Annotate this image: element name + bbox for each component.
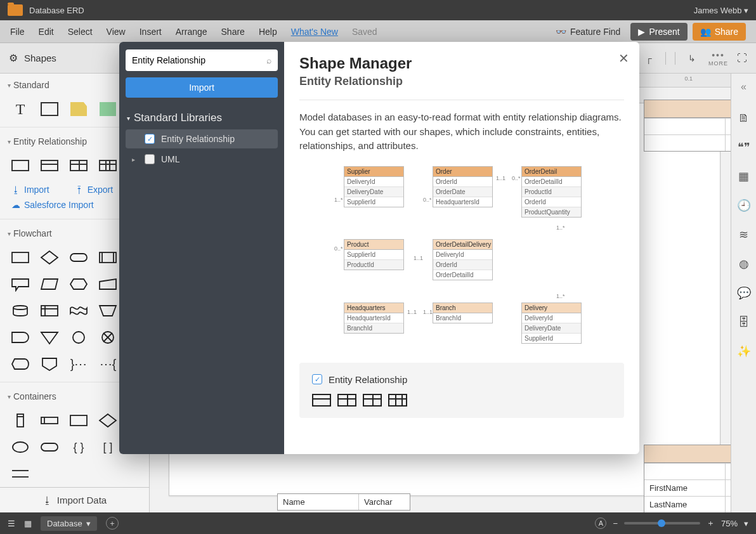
note-shape[interactable] <box>68 100 89 118</box>
er-preview-shape-4 <box>388 394 407 407</box>
document-icon[interactable]: 🗎 <box>736 110 752 126</box>
fc-display[interactable] <box>10 355 30 373</box>
menu-file[interactable]: File <box>10 27 25 37</box>
zoom-menu-icon[interactable]: ▾ <box>744 519 748 528</box>
er-shape-3[interactable] <box>68 157 89 174</box>
presentation-icon[interactable]: ▦ <box>736 169 752 184</box>
collapse-right-icon[interactable]: « <box>741 77 746 96</box>
tree-item-uml[interactable]: ▸ UML <box>126 150 278 169</box>
import-shapes-button[interactable]: Import <box>126 77 278 98</box>
zoom-out-button[interactable]: − <box>613 519 618 528</box>
fc-manual-input[interactable] <box>98 275 118 293</box>
ct-2[interactable] <box>39 412 60 429</box>
fc-callout[interactable] <box>10 275 30 293</box>
fc-merge[interactable] <box>39 329 60 346</box>
text-shape[interactable]: T <box>10 100 30 118</box>
fc-internal-storage[interactable] <box>39 302 60 320</box>
data-icon[interactable]: 🗄 <box>736 315 752 330</box>
fc-data[interactable] <box>39 275 60 293</box>
er-shape-2[interactable] <box>39 157 60 174</box>
menu-edit[interactable]: Edit <box>39 27 54 37</box>
er-preview-shape-1 <box>312 394 331 407</box>
menu-view[interactable]: View <box>107 27 126 37</box>
line-style-icon[interactable]: ┌ <box>641 51 656 66</box>
fullscreen-icon[interactable]: ⛶ <box>737 53 747 64</box>
block-shape[interactable] <box>98 100 118 118</box>
entity-card[interactable]: Integer FirstNameVarchar LastNameVarchar <box>644 445 731 512</box>
checkbox-on-icon[interactable] <box>145 134 155 144</box>
present-button[interactable]: ▶ Present <box>630 23 687 41</box>
checkbox-off-icon[interactable] <box>145 154 155 164</box>
fc-terminator[interactable] <box>68 249 89 266</box>
svg-rect-26 <box>41 443 58 451</box>
gear-icon[interactable]: ⚙ <box>9 52 18 64</box>
list-view-icon[interactable]: ☰ <box>8 519 15 528</box>
menu-help[interactable]: Help <box>259 27 277 37</box>
export-link[interactable]: ⭱Export <box>75 185 113 195</box>
fc-summing[interactable] <box>98 329 118 346</box>
tree-item-entity-relationship[interactable]: Entity Relationship <box>126 129 278 148</box>
er-shape-4[interactable] <box>98 157 118 174</box>
menu-arrange[interactable]: Arrange <box>176 27 207 37</box>
import-link[interactable]: ⭳Import <box>11 185 49 195</box>
magic-icon[interactable]: ✨ <box>736 344 752 359</box>
add-page-button[interactable]: ＋ <box>106 517 119 530</box>
ct-6[interactable] <box>39 438 60 456</box>
fill-icon[interactable]: ◍ <box>736 256 752 271</box>
preview-branch: Branch BranchId <box>433 303 493 323</box>
fc-offpage[interactable] <box>39 355 60 373</box>
menu-share[interactable]: Share <box>221 27 245 37</box>
entity-card[interactable]: NameVarchar <box>277 493 410 511</box>
entity-card[interactable]: Integer Varchar <box>644 100 731 152</box>
connector-icon[interactable]: ↳ <box>684 51 700 66</box>
tree-standard-libraries[interactable]: Standard Libraries <box>127 112 277 124</box>
preview-orderdetail: OrderDetail OrderDetailId ProductId Orde… <box>521 166 582 218</box>
layers-icon[interactable]: ≋ <box>736 227 752 242</box>
comment-icon[interactable]: ❝❞ <box>736 140 752 155</box>
er-shape-1[interactable] <box>10 157 30 174</box>
shape-manager-modal: ⌕ Import Standard Libraries Entity Relat… <box>119 42 639 454</box>
close-icon[interactable]: ✕ <box>618 51 629 66</box>
enable-checkbox[interactable] <box>312 374 322 384</box>
menu-select[interactable]: Select <box>68 27 93 37</box>
accessibility-icon[interactable]: A <box>595 518 606 529</box>
page-selector[interactable]: Database▾ <box>41 516 97 531</box>
stepper-icon[interactable] <box>665 52 675 65</box>
ct-1[interactable] <box>10 412 30 429</box>
shape-manager-sidebar: ⌕ Import Standard Libraries Entity Relat… <box>119 42 284 454</box>
zoom-slider[interactable] <box>624 522 700 524</box>
ct-7[interactable]: { } <box>68 438 89 456</box>
rect-shape[interactable] <box>39 100 60 118</box>
feature-find[interactable]: 👓 Feature Find <box>556 27 620 37</box>
fc-brace-left[interactable]: ⋯{ <box>98 355 118 373</box>
shape-search[interactable]: ⌕ <box>126 49 278 71</box>
fc-tape[interactable] <box>68 302 89 320</box>
fc-connector[interactable] <box>68 329 89 346</box>
ct-3[interactable] <box>68 412 89 429</box>
fc-diamond[interactable] <box>39 249 60 266</box>
more-button[interactable]: •••MORE <box>708 50 728 67</box>
fc-database[interactable] <box>10 302 30 320</box>
import-data-button[interactable]: ⭳ Import Data <box>0 487 149 512</box>
menu-insert[interactable]: Insert <box>140 27 162 37</box>
chat-icon[interactable]: 💬 <box>736 285 752 301</box>
shape-search-input[interactable] <box>132 55 266 65</box>
fc-rect[interactable] <box>10 249 30 266</box>
fc-predefined[interactable] <box>98 249 118 266</box>
grid-view-icon[interactable]: ▦ <box>24 519 32 528</box>
fc-brace-right[interactable]: }⋯ <box>68 355 89 373</box>
share-button[interactable]: 👥 Share <box>693 23 746 41</box>
user-menu[interactable]: James Webb ▾ <box>694 6 748 15</box>
modal-title: Shape Manager <box>299 55 624 72</box>
zoom-in-button[interactable]: ＋ <box>707 518 715 529</box>
history-icon[interactable]: 🕘 <box>736 198 752 213</box>
ct-9[interactable] <box>10 465 30 483</box>
zoom-value[interactable]: 75% <box>721 519 738 528</box>
ct-5[interactable] <box>10 438 30 456</box>
menu-whats-new[interactable]: What's New <box>291 27 338 37</box>
ct-8[interactable]: [ ] <box>98 438 118 456</box>
fc-hex[interactable] <box>68 275 89 293</box>
fc-delay[interactable] <box>10 329 30 346</box>
ct-4[interactable] <box>98 412 118 429</box>
fc-manual-op[interactable] <box>98 302 118 320</box>
